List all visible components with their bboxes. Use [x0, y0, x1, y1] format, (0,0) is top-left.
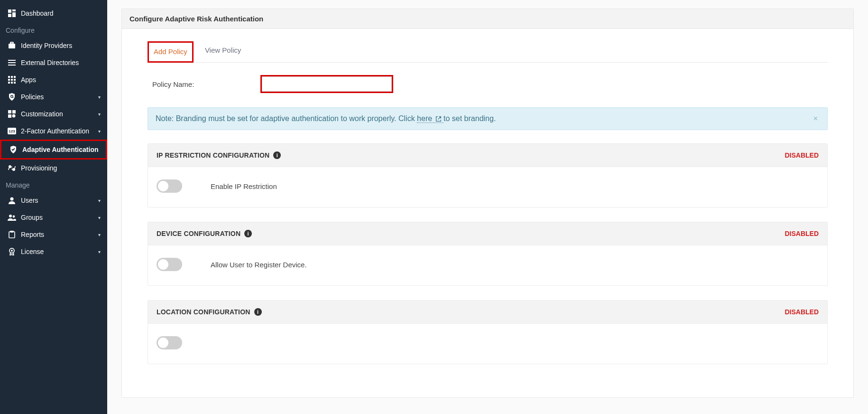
chevron-down-icon: ▾: [98, 249, 101, 254]
sidebar-item-customization[interactable]: Customization ▾: [0, 105, 107, 122]
policy-name-label: Policy Name:: [152, 80, 194, 88]
policy-name-input-wrap: [260, 75, 393, 93]
sidebar-item-label: Policies: [21, 93, 98, 101]
sidebar-item-license[interactable]: License ▾: [0, 243, 107, 260]
award-icon: [7, 248, 17, 255]
main-content: Configure Adaptive Risk Authentication A…: [107, 0, 868, 414]
svg-rect-5: [10, 42, 13, 44]
ip-restriction-toggle[interactable]: [157, 179, 182, 193]
page-title: Configure Adaptive Risk Authentication: [122, 9, 853, 29]
sidebar-item-external-directories[interactable]: External Directories: [0, 54, 107, 71]
svg-rect-6: [8, 60, 16, 61]
ip-restriction-card: IP RESTRICTION CONFIGURATION i DISABLED …: [148, 143, 828, 207]
sidebar-item-label: Identity Providers: [21, 42, 101, 49]
policy-name-input[interactable]: [262, 76, 392, 92]
svg-rect-14: [14, 79, 16, 81]
user-icon: [7, 197, 17, 204]
config-panel: Configure Adaptive Risk Authentication A…: [121, 9, 854, 398]
sidebar-section-configure: Configure: [0, 22, 107, 37]
external-link-icon: [435, 116, 442, 122]
toggle-label: Enable IP Restriction: [211, 182, 277, 190]
sidebar-item-dashboard[interactable]: Dashboard: [0, 5, 107, 22]
policy-tabs: Add Policy View Policy: [148, 41, 828, 63]
card-title: IP RESTRICTION CONFIGURATION i: [157, 151, 281, 159]
sidebar-item-provisioning[interactable]: Provisioning: [0, 160, 107, 177]
svg-rect-13: [11, 79, 13, 81]
svg-rect-10: [11, 76, 13, 78]
sidebar-section-manage: Manage: [0, 177, 107, 192]
svg-rect-8: [8, 65, 16, 66]
chevron-down-icon: ▾: [98, 112, 101, 117]
svg-rect-7: [8, 62, 16, 63]
sidebar-item-users[interactable]: Users ▾: [0, 192, 107, 209]
svg-rect-20: [8, 110, 11, 113]
tab-view-policy[interactable]: View Policy: [204, 41, 242, 62]
svg-rect-0: [8, 9, 11, 13]
badge-123-icon: 123: [7, 128, 17, 134]
sidebar-item-label: Dashboard: [21, 9, 101, 17]
svg-rect-3: [8, 14, 11, 17]
sidebar-item-adaptive-authentication[interactable]: Adaptive Authentication: [0, 140, 107, 160]
svg-rect-1: [12, 9, 16, 11]
status-badge: DISABLED: [785, 308, 819, 316]
sidebar-item-label: Apps: [21, 76, 101, 84]
svg-text:123: 123: [9, 129, 15, 133]
sidebar-item-identity-providers[interactable]: Identity Providers: [0, 37, 107, 54]
tab-add-policy[interactable]: Add Policy: [148, 41, 194, 63]
dashboard-icon: [7, 9, 17, 17]
shield-check-icon: [8, 146, 18, 153]
device-config-card: DEVICE CONFIGURATION i DISABLED Allow Us…: [148, 222, 828, 286]
svg-rect-21: [12, 110, 16, 113]
briefcase-icon: [7, 42, 17, 49]
chevron-down-icon: ▾: [98, 94, 101, 100]
list-icon: [7, 59, 17, 66]
sidebar-item-2fa[interactable]: 123 2-Factor Authentication ▾: [0, 122, 107, 140]
chevron-down-icon: ▾: [98, 232, 101, 237]
alert-close-button[interactable]: ×: [812, 114, 820, 123]
grid-icon: [7, 76, 17, 84]
policy-name-row: Policy Name:: [152, 75, 828, 93]
shield-search-icon: [7, 93, 17, 101]
svg-point-29: [9, 215, 12, 217]
sidebar-item-label: Users: [21, 197, 98, 204]
svg-rect-15: [8, 82, 10, 84]
chevron-down-icon: ▾: [98, 129, 101, 134]
branding-link[interactable]: here: [417, 114, 443, 123]
card-title: LOCATION CONFIGURATION i: [157, 308, 262, 316]
location-config-card: LOCATION CONFIGURATION i DISABLED: [148, 300, 828, 364]
svg-rect-16: [11, 82, 13, 84]
sidebar-item-label: Groups: [21, 214, 98, 221]
sidebar-item-groups[interactable]: Groups ▾: [0, 209, 107, 226]
svg-rect-9: [8, 76, 10, 78]
location-toggle[interactable]: [157, 336, 182, 349]
sidebar-item-label: Provisioning: [21, 164, 101, 172]
device-register-toggle[interactable]: [157, 258, 182, 271]
alert-text: Note: Branding must be set for adaptive …: [156, 114, 496, 123]
sidebar-item-label: License: [21, 248, 98, 255]
svg-rect-22: [8, 114, 11, 118]
sidebar-item-label: Reports: [21, 231, 98, 238]
info-icon[interactable]: i: [254, 308, 262, 316]
sidebar-item-reports[interactable]: Reports ▾: [0, 226, 107, 243]
sidebar-item-apps[interactable]: Apps: [0, 71, 107, 88]
status-badge: DISABLED: [785, 151, 819, 159]
users-icon: [7, 214, 17, 221]
toggle-label: Allow User to Register Device.: [211, 261, 307, 269]
svg-rect-2: [12, 12, 16, 17]
svg-point-23: [12, 114, 16, 118]
svg-point-30: [13, 216, 15, 218]
card-title: DEVICE CONFIGURATION i: [157, 230, 252, 237]
puzzle-icon: [7, 110, 17, 118]
svg-point-28: [10, 198, 14, 201]
status-badge: DISABLED: [785, 230, 819, 237]
sidebar: Dashboard Configure Identity Providers E…: [0, 0, 107, 414]
sidebar-item-label: External Directories: [21, 59, 101, 66]
info-icon[interactable]: i: [244, 230, 252, 237]
svg-rect-11: [14, 76, 16, 78]
info-icon[interactable]: i: [273, 151, 281, 159]
branding-alert: Note: Branding must be set for adaptive …: [148, 107, 828, 130]
sidebar-item-policies[interactable]: Policies ▾: [0, 88, 107, 105]
svg-rect-32: [10, 231, 13, 232]
sidebar-item-label: Customization: [21, 110, 98, 118]
sidebar-item-label: Adaptive Authentication: [22, 146, 99, 153]
